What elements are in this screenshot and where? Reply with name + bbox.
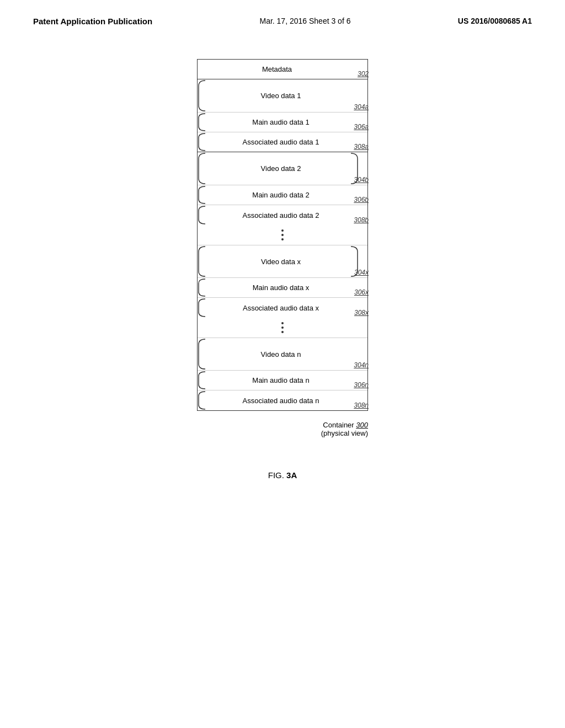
main-audio-n-ref: 306n bbox=[354, 381, 369, 389]
left-bracket-assoc-n bbox=[198, 390, 207, 410]
video-data-x-label: Video data x bbox=[203, 258, 351, 266]
main-audio-n-label: Main audio data n bbox=[203, 376, 351, 384]
metadata-label: Metadata bbox=[203, 65, 351, 73]
video-data-1-ref: 304a bbox=[354, 103, 369, 111]
video-data-n-ref: 304n bbox=[354, 361, 369, 369]
dot bbox=[281, 326, 284, 329]
assoc-audio-n-ref: 308n bbox=[354, 402, 369, 409]
dot bbox=[281, 234, 284, 236]
container-ref: 300 bbox=[356, 421, 368, 429]
video-data-2-row: Video data 2 304b bbox=[198, 152, 367, 185]
left-bracket-n bbox=[198, 338, 207, 370]
left-bracket-main-1 bbox=[198, 113, 207, 132]
assoc-audio-1-label: Associated audio data 1 bbox=[203, 138, 351, 146]
left-bracket-assoc-1 bbox=[198, 132, 207, 152]
page-header: Patent Application Publication Mar. 17, … bbox=[0, 0, 565, 37]
main-audio-x-label: Main audio data x bbox=[203, 283, 351, 292]
caption-line2: (physical view) bbox=[321, 429, 368, 437]
left-bracket-1 bbox=[198, 79, 207, 112]
assoc-audio-2-row: Associated audio data 2 308b bbox=[198, 205, 367, 225]
left-bracket-assoc-2 bbox=[198, 205, 207, 225]
main-audio-1-label: Main audio data 1 bbox=[203, 118, 351, 126]
assoc-audio-x-row: Associated audio data x 308x bbox=[198, 298, 367, 318]
assoc-audio-x-label: Associated audio data x bbox=[203, 304, 351, 312]
diagram-caption: Container 300 (physical view) bbox=[197, 416, 368, 437]
figure-label: FIG. 3A bbox=[268, 470, 297, 480]
assoc-audio-n-row: Associated audio data n 308n bbox=[198, 390, 367, 410]
assoc-audio-1-row: Associated audio data 1 308a bbox=[198, 132, 367, 152]
dot bbox=[281, 322, 284, 324]
publication-title: Patent Application Publication bbox=[33, 17, 152, 26]
assoc-audio-x-ref: 308x bbox=[354, 309, 369, 317]
left-bracket-main-2 bbox=[198, 185, 207, 205]
video-data-n-row: Video data n 304n bbox=[198, 338, 367, 371]
video-data-1-row: Video data 1 304a bbox=[198, 79, 367, 113]
dot bbox=[281, 229, 284, 232]
metadata-ref: 302 bbox=[358, 70, 369, 78]
dots-2 bbox=[198, 318, 367, 338]
video-data-2-label: Video data 2 bbox=[203, 164, 351, 173]
diagram-container: Metadata 302 Video data 1 304a Main audi… bbox=[197, 59, 368, 411]
main-audio-1-row: Main audio data 1 306a bbox=[198, 113, 367, 132]
main-audio-1-ref: 306a bbox=[354, 123, 369, 131]
main-audio-x-row: Main audio data x 306x bbox=[198, 278, 367, 298]
figure-prefix: FIG. bbox=[268, 470, 284, 480]
assoc-audio-2-ref: 308b bbox=[354, 216, 369, 224]
video-data-1-label: Video data 1 bbox=[203, 92, 351, 100]
main-audio-2-label: Main audio data 2 bbox=[203, 191, 351, 199]
dots-1 bbox=[198, 225, 367, 245]
assoc-audio-1-ref: 308a bbox=[354, 143, 369, 151]
assoc-audio-n-label: Associated audio data n bbox=[203, 397, 351, 405]
figure-number: 3A bbox=[286, 470, 297, 480]
video-data-x-ref: 304x bbox=[354, 269, 369, 276]
assoc-audio-2-label: Associated audio data 2 bbox=[203, 211, 351, 220]
main-audio-2-ref: 306b bbox=[354, 196, 369, 204]
left-bracket-main-n bbox=[198, 371, 207, 390]
dot bbox=[281, 331, 284, 333]
main-audio-x-ref: 306x bbox=[354, 288, 369, 296]
dot bbox=[281, 238, 284, 240]
video-data-2-ref: 304b bbox=[354, 176, 369, 184]
left-bracket-2 bbox=[198, 152, 207, 185]
main-audio-2-row: Main audio data 2 306b bbox=[198, 185, 367, 205]
metadata-row: Metadata 302 bbox=[198, 60, 367, 79]
left-bracket-main-x bbox=[198, 278, 207, 297]
left-bracket-x bbox=[198, 245, 207, 277]
left-bracket-assoc-x bbox=[198, 298, 207, 318]
main-audio-n-row: Main audio data n 306n bbox=[198, 371, 367, 390]
caption-line: Container 300 bbox=[323, 421, 368, 429]
video-data-x-row: Video data x 304x bbox=[198, 245, 367, 278]
sheet-info: Mar. 17, 2016 Sheet 3 of 6 bbox=[259, 17, 350, 25]
patent-number: US 2016/0080685 A1 bbox=[458, 17, 532, 25]
main-content: Metadata 302 Video data 1 304a Main audi… bbox=[0, 37, 565, 491]
caption-line1: Container bbox=[323, 421, 354, 429]
video-data-n-label: Video data n bbox=[203, 350, 351, 358]
